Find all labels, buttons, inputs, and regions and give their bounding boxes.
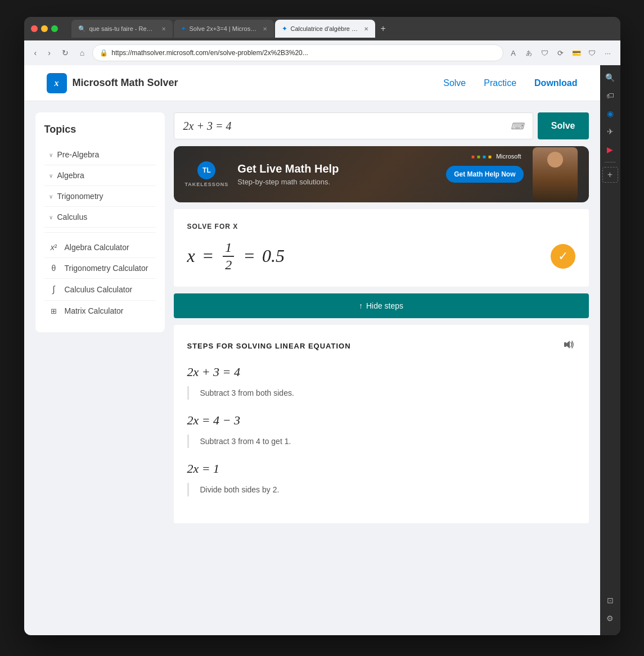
step-3-explanation: Divide both sides by 2.: [187, 483, 575, 496]
tab-calculatrice-close[interactable]: ✕: [364, 26, 368, 32]
algebra-calc-label: Algebra Calculator: [65, 243, 129, 252]
menu-icon[interactable]: ···: [602, 47, 614, 58]
audio-icon[interactable]: [563, 338, 575, 354]
rp-tag-icon[interactable]: 🏷: [602, 88, 618, 103]
forward-button[interactable]: ›: [44, 46, 54, 60]
refresh-icon[interactable]: ⟳: [555, 47, 566, 58]
tab-search-label: que sais-tu faire - Recherche: [89, 25, 156, 32]
url-bar[interactable]: 🔒 https://mathsolver.microsoft.com/en/so…: [92, 44, 503, 61]
tab-search[interactable]: 🔍 que sais-tu faire - Recherche ✕: [71, 20, 173, 38]
topic-trigonometry[interactable]: ∨ Trigonometry: [44, 186, 156, 207]
ad-logo: TL: [197, 161, 215, 179]
rp-search-icon[interactable]: 🔍: [602, 70, 618, 85]
step-1-equation: 2x + 3 = 4: [187, 365, 575, 379]
lock-icon: 🔒: [100, 49, 108, 57]
equation-display: 2x + 3 = 4: [183, 120, 232, 133]
math-input-field[interactable]: 2x + 3 = 4 ⌨: [174, 112, 533, 139]
tab-search-icon: 🔍: [78, 25, 86, 33]
ad-banner: TL TAKELESSONS Get Live Math Help Step-b…: [174, 146, 589, 202]
topics-sidebar: Topics ∨ Pre-Algebra ∨ Algebra ∨ Trigono…: [35, 112, 165, 332]
translate-icon[interactable]: A: [508, 47, 519, 58]
security-icon[interactable]: 🛡: [539, 47, 551, 58]
checkmark-icon: ✓: [558, 249, 568, 264]
app-logo: x Microsoft Math Solver: [47, 73, 178, 93]
trig-calculator-item[interactable]: θ Trigonometry Calculator: [44, 258, 156, 279]
tab-solve-icon: ✦: [181, 25, 186, 33]
ad-cta-button[interactable]: Get Math Help Now: [446, 166, 523, 183]
algebra-calculator-item[interactable]: x² Algebra Calculator: [44, 237, 156, 258]
home-button[interactable]: ⌂: [76, 46, 88, 60]
tab-calculatrice[interactable]: ✦ Calculatrice d'algèbre | Micros... ✕: [275, 20, 375, 38]
profile-icon[interactable]: 🛡: [587, 47, 598, 58]
tab-calculatrice-icon: ✦: [282, 25, 287, 33]
svg-rect-0: [564, 342, 566, 347]
solution-card: SOLVE FOR X x = 1 2 = 0.5: [174, 209, 589, 287]
minimize-button[interactable]: [41, 25, 48, 32]
rp-youtube-icon[interactable]: ▶: [602, 142, 618, 157]
matrix-calculator-item[interactable]: ⊞ Matrix Calculator: [44, 301, 156, 321]
topic-pre-algebra[interactable]: ∨ Pre-Algebra: [44, 144, 156, 165]
topic-calculus[interactable]: ∨ Calculus: [44, 207, 156, 228]
back-button[interactable]: ‹: [31, 46, 40, 60]
solve-button[interactable]: Solve: [538, 112, 589, 139]
chevron-calculus: ∨: [49, 214, 53, 220]
maximize-button[interactable]: [51, 25, 58, 32]
add-tab-button[interactable]: +: [376, 24, 390, 34]
main-layout: Topics ∨ Pre-Algebra ∨ Algebra ∨ Trigono…: [24, 101, 600, 635]
calculus-calculator-item[interactable]: ∫ Calculus Calculator: [44, 279, 156, 301]
url-text: https://mathsolver.microsoft.com/en/solv…: [111, 49, 496, 57]
steps-card: STEPS FOR SOLVING LINEAR EQUATION: [174, 325, 589, 523]
solution-x: x: [187, 246, 195, 266]
rp-outlook-icon[interactable]: ◉: [602, 106, 618, 121]
keyboard-icon[interactable]: ⌨: [511, 121, 524, 132]
solve-for-label: SOLVE FOR X: [187, 223, 575, 230]
solve-nav-link[interactable]: Solve: [443, 78, 466, 88]
tab-bar: 🔍 que sais-tu faire - Recherche ✕ ✦ Solv…: [71, 20, 614, 38]
app-header: x Microsoft Math Solver Solve Practice D…: [24, 65, 600, 101]
ad-subtitle: Step-by-step math solutions.: [237, 178, 437, 186]
rp-add-icon[interactable]: +: [602, 167, 618, 183]
hide-steps-button[interactable]: ↑ Hide steps: [174, 293, 589, 318]
title-bar: 🔍 que sais-tu faire - Recherche ✕ ✦ Solv…: [24, 17, 620, 40]
page-content: x Microsoft Math Solver Solve Practice D…: [24, 65, 600, 635]
chevron-algebra: ∨: [49, 173, 53, 179]
rp-sidebar-icon[interactable]: ⊡: [602, 592, 618, 608]
step-3-equation: 2x = 1: [187, 462, 575, 476]
solution-eq1: =: [202, 246, 214, 266]
tab-search-close[interactable]: ✕: [161, 26, 166, 32]
trig-calc-label: Trigonometry Calculator: [65, 264, 148, 273]
algebra-calc-icon: x²: [49, 243, 59, 252]
chevron-trig: ∨: [49, 193, 53, 200]
tab-solve-close[interactable]: ✕: [263, 26, 267, 32]
practice-nav-link[interactable]: Practice: [484, 78, 516, 88]
topic-divider: [44, 232, 156, 233]
trig-calc-icon: θ: [49, 264, 59, 273]
topic-algebra-label: Algebra: [57, 171, 84, 180]
matrix-calc-label: Matrix Calculator: [65, 306, 124, 315]
input-row: 2x + 3 = 4 ⌨ Solve: [174, 112, 589, 139]
rp-settings-icon[interactable]: ⚙: [602, 610, 618, 626]
ad-service-label: TAKELESSONS: [185, 182, 229, 187]
solution-row: x = 1 2 = 0.5 ✓: [187, 239, 575, 273]
browser-content: x Microsoft Math Solver Solve Practice D…: [24, 65, 620, 635]
download-nav-link[interactable]: Download: [534, 78, 577, 88]
tab-calculatrice-label: Calculatrice d'algèbre | Micros...: [291, 25, 358, 32]
steps-title-text: STEPS FOR SOLVING LINEAR EQUATION: [187, 342, 351, 350]
topic-calculus-label: Calculus: [57, 212, 88, 221]
topic-trig-label: Trigonometry: [57, 192, 103, 201]
tab-solve[interactable]: ✦ Solve 2x+3=4 | Microsoft Math... ✕: [174, 20, 274, 38]
ad-headline: Get Live Math Help: [237, 162, 437, 175]
tab-solve-label: Solve 2x+3=4 | Microsoft Math...: [190, 25, 257, 32]
solution-eq2: =: [243, 246, 255, 266]
wallet-icon[interactable]: 💳: [571, 47, 582, 58]
fraction-denominator: 2: [223, 257, 234, 273]
calculus-calc-label: Calculus Calculator: [65, 285, 133, 294]
fraction-numerator: 1: [223, 239, 234, 257]
rp-send-icon[interactable]: ✈: [602, 124, 618, 139]
topic-algebra[interactable]: ∨ Algebra: [44, 165, 156, 186]
step-2-equation: 2x = 4 − 3: [187, 413, 575, 428]
reload-button[interactable]: ↻: [58, 46, 72, 60]
topics-title: Topics: [44, 124, 156, 135]
close-button[interactable]: [31, 25, 38, 32]
read-icon[interactable]: あ: [524, 47, 535, 58]
